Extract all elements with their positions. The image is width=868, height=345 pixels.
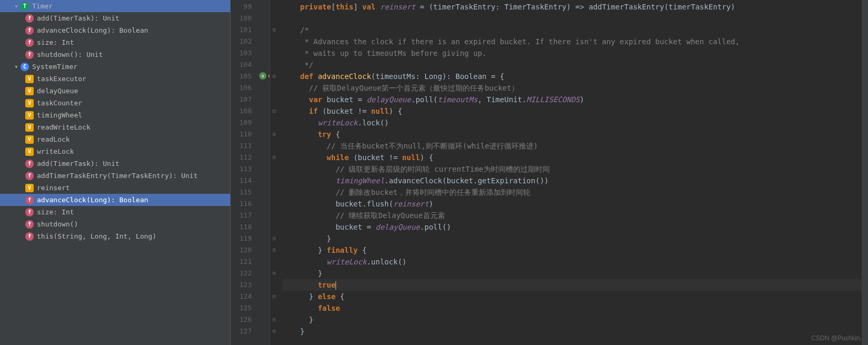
code-line[interactable]: writeLock.unlock()	[282, 256, 862, 268]
line-number[interactable]: 109	[231, 117, 252, 129]
tree-item[interactable]: fshutdown(): Unit	[0, 48, 230, 61]
code-line[interactable]: if (bucket != null) {	[282, 105, 862, 117]
code-content[interactable]: private[this] val reinsert = (timerTaskE…	[278, 0, 862, 345]
line-number[interactable]: 116	[231, 198, 252, 210]
line-number[interactable]: 119	[231, 233, 252, 244]
line-number[interactable]: 113	[231, 163, 252, 175]
code-token	[300, 119, 318, 127]
code-line[interactable]: false	[282, 302, 862, 314]
code-line[interactable]: try {	[282, 129, 862, 140]
line-number[interactable]: 122	[231, 268, 252, 279]
fold-marker[interactable]: ⊟	[270, 152, 278, 163]
code-line[interactable]: // 获取DelayQueue第一个首元素（最快过期的任务bucket）	[282, 82, 862, 94]
line-number[interactable]: 112	[231, 152, 252, 163]
code-token: {	[362, 246, 367, 254]
code-line[interactable]: */	[282, 59, 862, 71]
tree-item[interactable]: faddTimerTaskEntry(TimerTaskEntry): Unit	[0, 170, 230, 182]
fold-marker[interactable]: ⊟	[270, 105, 278, 117]
tree-item[interactable]: fadd(TimerTask): Unit	[0, 157, 230, 170]
fold-marker[interactable]: ⊟	[270, 233, 278, 244]
code-line[interactable]: }	[282, 233, 862, 244]
tree-item[interactable]: VdelayQueue	[0, 85, 230, 97]
line-number[interactable]: 99	[231, 1, 252, 13]
fold-marker[interactable]: ⊟	[270, 314, 278, 326]
code-line[interactable]: // 当任务bucket不为null,则不断循环(while进行循环推进)	[282, 140, 862, 152]
line-number[interactable]: 114	[231, 175, 252, 186]
tree-item[interactable]: fadd(TimerTask): Unit	[0, 12, 230, 24]
code-line[interactable]: }	[282, 314, 862, 326]
code-line[interactable]: true	[282, 279, 862, 291]
code-line[interactable]: * waits up to timeoutMs before giving up…	[282, 47, 862, 59]
line-number[interactable]: 102	[231, 36, 252, 47]
code-line[interactable]: bucket.flush(reinsert)	[282, 198, 862, 210]
vertical-scrollbar[interactable]	[862, 0, 868, 345]
code-line[interactable]: // 继续获取DelayQueue首元素	[282, 210, 862, 221]
code-token: reinsert	[393, 200, 429, 208]
fold-marker[interactable]: ⊟	[270, 268, 278, 279]
code-line[interactable]: // 删除改bucket，并将时间槽中的任务重新添加到时间轮	[282, 186, 862, 198]
line-number[interactable]: 127	[231, 326, 252, 337]
code-line[interactable]: } finally {	[282, 244, 862, 256]
line-number[interactable]: 124	[231, 291, 252, 302]
tree-item[interactable]: fshutdown()	[0, 218, 230, 230]
structure-sidebar[interactable]: ▼TTimerfadd(TimerTask): UnitfadvanceCloc…	[0, 0, 231, 345]
fold-marker[interactable]: ⊟	[270, 129, 278, 140]
tree-item[interactable]: fthis(String, Long, Int, Long)	[0, 230, 230, 242]
tree-item[interactable]: fsize: Int	[0, 36, 230, 48]
line-number[interactable]: 103	[231, 47, 252, 59]
code-token	[300, 211, 336, 220]
fold-marker[interactable]: ⊟	[270, 291, 278, 302]
code-line[interactable]: var bucket = delayQueue.poll(timeoutMs, …	[282, 94, 862, 105]
fold-marker[interactable]: ⊟	[270, 71, 278, 82]
code-line[interactable]: bucket = delayQueue.poll()	[282, 221, 862, 233]
tree-item[interactable]: VreadWriteLock	[0, 121, 230, 133]
code-line[interactable]: private[this] val reinsert = (timerTaskE…	[282, 1, 862, 13]
fold-column[interactable]: ⊟⊟⊟⊟⊟⊟⊟⊟⊟⊟⊟	[270, 0, 278, 345]
fold-marker[interactable]: ⊟	[270, 24, 278, 36]
code-line[interactable]: def advanceClock(timeoutMs: Long): Boole…	[282, 71, 862, 82]
line-number[interactable]: 108	[231, 105, 252, 117]
code-line[interactable]: timingWheel.advanceClock(bucket.getExpir…	[282, 175, 862, 186]
code-line[interactable]: // 级联更新各层级的时间轮 currentTime为时间槽的过期时间	[282, 163, 862, 175]
override-icon[interactable]: o	[259, 72, 267, 80]
code-line[interactable]: }	[282, 326, 862, 337]
line-number[interactable]: 120	[231, 244, 252, 256]
tree-item[interactable]: VtaskCounter	[0, 97, 230, 109]
code-line[interactable]: writeLock.lock()	[282, 117, 862, 129]
line-number[interactable]: 126	[231, 314, 252, 326]
line-number[interactable]: 100	[231, 13, 252, 24]
tree-item[interactable]: Vreinsert	[0, 182, 230, 194]
line-number[interactable]: 106	[231, 82, 252, 94]
line-number[interactable]: 118	[231, 221, 252, 233]
code-line[interactable]: while (bucket != null) {	[282, 152, 862, 163]
fold-marker[interactable]: ⊟	[270, 326, 278, 337]
tree-item[interactable]: VwriteLock	[0, 145, 230, 157]
code-line[interactable]	[282, 13, 862, 24]
chevron-down-icon[interactable]: ▼	[13, 3, 19, 9]
line-number[interactable]: 110	[231, 129, 252, 140]
code-line[interactable]: * Advances the clock if there is an expi…	[282, 36, 862, 47]
line-number[interactable]: 107	[231, 94, 252, 105]
line-number[interactable]: 101	[231, 24, 252, 36]
tree-group-timer[interactable]: ▼TTimer	[0, 0, 230, 12]
code-line[interactable]: }	[282, 268, 862, 279]
code-line[interactable]: /*	[282, 24, 862, 36]
tree-item[interactable]: VtaskExecutor	[0, 73, 230, 85]
tree-item[interactable]: VtimingWheel	[0, 109, 230, 121]
line-number[interactable]: 123	[231, 279, 252, 291]
fold-marker[interactable]: ⊟	[270, 244, 278, 256]
chevron-down-icon[interactable]: ▼	[13, 64, 19, 70]
tree-item[interactable]: fadvanceClock(Long): Boolean	[0, 194, 230, 206]
code-line[interactable]: } else {	[282, 291, 862, 302]
line-number[interactable]: 125	[231, 302, 252, 314]
tree-item[interactable]: fsize: Int	[0, 206, 230, 218]
line-number[interactable]: 111	[231, 140, 252, 152]
tree-item[interactable]: fadvanceClock(Long): Boolean	[0, 24, 230, 36]
line-number[interactable]: 117	[231, 210, 252, 221]
line-number[interactable]: 115	[231, 186, 252, 198]
line-number[interactable]: 121	[231, 256, 252, 268]
line-number[interactable]: 105	[231, 71, 252, 82]
line-number[interactable]: 104	[231, 59, 252, 71]
tree-item[interactable]: VreadLock	[0, 133, 230, 145]
tree-group-systemtimer[interactable]: ▼CSystemTimer	[0, 61, 230, 73]
